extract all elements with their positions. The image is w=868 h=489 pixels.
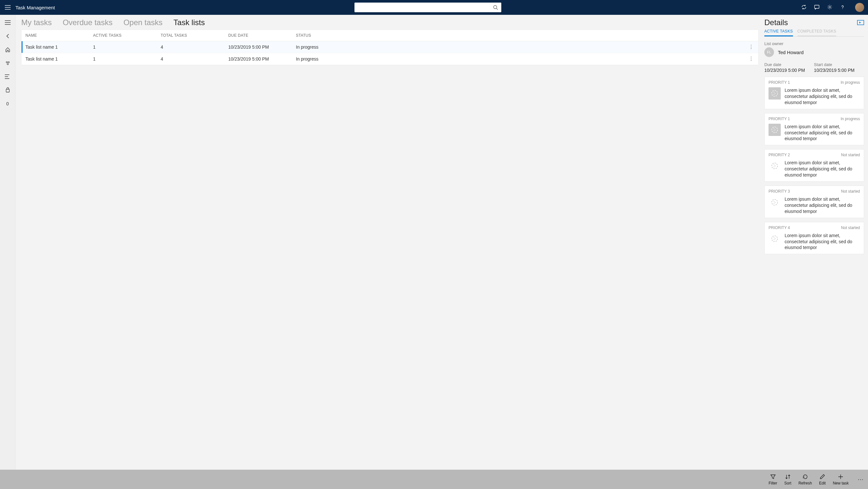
gear-icon[interactable] — [827, 4, 833, 11]
table-row[interactable]: Task list name 1 1 4 10/23/2019 5:00 PM … — [22, 53, 758, 65]
due-date-value: 10/23/2019 5:00 PM — [764, 68, 805, 73]
owner-name: Ted Howard — [778, 50, 804, 55]
app-title: Task Management — [16, 5, 55, 10]
task-thumb-icon — [769, 196, 781, 208]
col-header-name[interactable]: NAME — [25, 33, 93, 38]
back-icon[interactable] — [4, 32, 11, 40]
col-header-active[interactable]: ACTIVE TASKS — [93, 33, 161, 38]
task-lists-table: NAME ACTIVE TASKS TOTAL TASKS DUE DATE S… — [21, 30, 758, 65]
modules-icon[interactable] — [4, 59, 11, 67]
task-priority: PRIORITY 4 — [769, 226, 790, 230]
global-search[interactable] — [354, 3, 501, 12]
owner-row: FL Ted Howard — [764, 47, 864, 57]
cell-active: 1 — [93, 45, 161, 50]
refresh-label: Refresh — [799, 481, 812, 485]
owner-monogram: FL — [764, 47, 774, 57]
svg-point-3 — [842, 8, 843, 9]
svg-point-9 — [772, 90, 778, 96]
more-icon[interactable]: ⋯ — [856, 476, 864, 483]
svg-point-12 — [772, 199, 778, 205]
task-card[interactable]: PRIORITY 1In progressLorem ipsum dolor s… — [764, 77, 864, 109]
details-title: Details — [764, 18, 788, 27]
task-status: Not started — [841, 189, 860, 194]
row-more-icon[interactable]: ⋮ — [748, 46, 754, 48]
tab-open-tasks[interactable]: Open tasks — [123, 18, 162, 27]
sort-label: Sort — [784, 481, 792, 485]
start-date-value: 10/23/2019 5:00 PM — [814, 68, 855, 73]
refresh-button[interactable]: Refresh — [799, 473, 812, 485]
svg-point-4 — [6, 61, 7, 63]
avatar[interactable] — [855, 3, 864, 12]
tab-overdue-tasks[interactable]: Overdue tasks — [63, 18, 113, 27]
hamburger-icon[interactable] — [4, 4, 11, 11]
task-priority: PRIORITY 2 — [769, 153, 790, 157]
task-card[interactable]: PRIORITY 2Not startedLorem ipsum dolor s… — [764, 149, 864, 182]
task-priority: PRIORITY 1 — [769, 117, 790, 121]
search-icon[interactable] — [493, 5, 498, 10]
cell-name: Task list name 1 — [25, 56, 93, 61]
col-header-status[interactable]: STATUS — [296, 33, 748, 38]
col-header-total[interactable]: TOTAL TASKS — [161, 33, 228, 38]
svg-point-0 — [494, 5, 497, 9]
row-more-icon[interactable]: ⋮ — [748, 58, 754, 60]
cell-name: Task list name 1 — [25, 45, 93, 50]
table-header: NAME ACTIVE TASKS TOTAL TASKS DUE DATE S… — [22, 30, 758, 41]
sort-button[interactable]: Sort — [784, 473, 792, 485]
filter-label: Filter — [769, 481, 777, 485]
filter-button[interactable]: Filter — [769, 473, 777, 485]
edit-label: Edit — [819, 481, 826, 485]
sync-icon[interactable] — [801, 4, 807, 11]
new-task-button[interactable]: New task — [833, 473, 849, 485]
main-tabs: My tasks Overdue tasks Open tasks Task l… — [21, 15, 764, 30]
refresh-icon — [802, 473, 808, 480]
help-icon[interactable] — [840, 4, 846, 11]
tab-my-tasks[interactable]: My tasks — [21, 18, 52, 27]
home-icon[interactable] — [4, 46, 11, 54]
task-priority: PRIORITY 3 — [769, 189, 790, 194]
new-task-label: New task — [833, 481, 849, 485]
task-card[interactable]: PRIORITY 3Not startedLorem ipsum dolor s… — [764, 185, 864, 218]
details-tab-active[interactable]: ACTIVE TASKS — [764, 29, 793, 36]
svg-point-5 — [8, 61, 9, 63]
edit-button[interactable]: Edit — [819, 473, 826, 485]
filter-icon — [770, 473, 776, 480]
search-input[interactable] — [358, 5, 493, 10]
task-status: In progress — [841, 80, 860, 85]
left-rail: 0 — [0, 15, 16, 470]
details-tab-completed[interactable]: COMPLETED TASKS — [798, 29, 836, 36]
bag-icon[interactable] — [4, 86, 11, 94]
col-header-due[interactable]: DUE DATE — [228, 33, 296, 38]
collapse-icon[interactable] — [857, 20, 864, 25]
plus-icon — [837, 473, 844, 480]
cell-status: In progress — [296, 56, 748, 61]
top-bar: Task Management — [0, 0, 868, 15]
task-card[interactable]: PRIORITY 4Not startedLorem ipsum dolor s… — [764, 222, 864, 255]
svg-point-2 — [829, 6, 831, 8]
topbar-actions — [801, 3, 864, 12]
lines-icon[interactable] — [4, 73, 11, 81]
edit-icon — [819, 473, 826, 480]
task-card[interactable]: PRIORITY 1In progressLorem ipsum dolor s… — [764, 113, 864, 146]
svg-point-11 — [772, 163, 778, 169]
table-row[interactable]: Task list name 1 1 4 10/23/2019 5:00 PM … — [22, 41, 758, 53]
task-thumb-icon — [769, 160, 781, 172]
details-panel: Details ACTIVE TASKS COMPLETED TASKS Lis… — [764, 15, 868, 470]
task-thumb-icon — [769, 87, 781, 99]
task-status: Not started — [841, 226, 860, 230]
main-panel: My tasks Overdue tasks Open tasks Task l… — [16, 15, 764, 470]
cell-total: 4 — [161, 45, 228, 50]
tab-task-lists[interactable]: Task lists — [174, 18, 205, 27]
task-description: Lorem ipsum dolor sit amet, consectetur … — [785, 87, 860, 106]
chat-icon[interactable] — [814, 4, 820, 11]
command-bar: Filter Sort Refresh Edit New task ⋯ — [0, 470, 868, 489]
svg-rect-7 — [6, 89, 9, 92]
task-thumb-icon — [769, 233, 781, 245]
rail-hamburger-icon[interactable] — [4, 19, 11, 26]
task-description: Lorem ipsum dolor sit amet, consectetur … — [785, 124, 860, 142]
svg-point-10 — [772, 127, 778, 133]
details-tabs: ACTIVE TASKS COMPLETED TASKS — [764, 29, 864, 37]
due-date-label: Due date — [764, 62, 805, 67]
cell-status: In progress — [296, 45, 748, 50]
start-date-label: Start date — [814, 62, 855, 67]
svg-rect-1 — [814, 5, 819, 8]
